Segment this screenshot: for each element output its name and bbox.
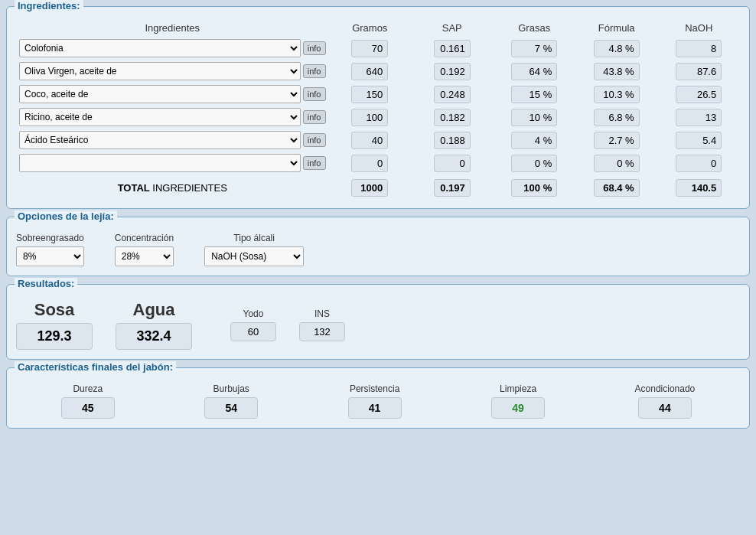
ingredient-naoh-cell-0: 8 <box>657 37 740 60</box>
col-header-sap: SAP <box>411 19 493 37</box>
ingredient-select-3[interactable]: Ricino, aceite de <box>19 108 301 126</box>
ingredient-formula-5: 0 % <box>594 155 640 172</box>
sobreengrasado-select[interactable]: 8% <box>16 246 84 266</box>
ins-value: 132 <box>299 322 345 341</box>
yodo-label: Yodo <box>243 308 264 319</box>
limpieza-value: 49 <box>491 397 545 419</box>
ingredient-row: info 0 0 0 % 0 % 0 <box>16 152 740 175</box>
ingredient-gramos-cell-5: 0 <box>329 152 411 175</box>
ingredient-gramos-cell-0: 70 <box>329 37 411 60</box>
total-label: TOTAL INGREDIENTES <box>16 175 329 199</box>
tipo-alcali-group: Tipo álcali NaOH (Sosa) KOH (Potasa) <box>204 233 304 266</box>
ingredient-sap-4: 0.188 <box>434 132 471 149</box>
resultados-legend: Resultados: <box>15 278 77 289</box>
ingredient-grasas-4: 4 % <box>511 132 557 149</box>
tipo-alcali-select[interactable]: NaOH (Sosa) KOH (Potasa) <box>204 246 304 266</box>
concentracion-select[interactable]: 28% <box>115 246 174 266</box>
ingredient-gramos-4: 40 <box>351 132 388 149</box>
ingredient-naoh-cell-3: 13 <box>657 106 740 129</box>
limpieza-label: Limpieza <box>500 383 536 394</box>
resultados-row: Sosa 129.3 Agua 332.4 Yodo 60 INS 132 <box>16 300 740 350</box>
ingredient-sap-cell-5: 0 <box>411 152 493 175</box>
total-naoh-cell: 140.5 <box>657 175 740 199</box>
ingredient-gramos-cell-2: 150 <box>329 83 411 106</box>
info-button-2[interactable]: info <box>303 87 326 101</box>
burbujas-label: Burbujas <box>213 383 249 394</box>
opciones-legend: Opciones de la lejía: <box>15 210 117 222</box>
acondicionado-label: Acondicionado <box>635 383 696 394</box>
burbujas-value: 54 <box>204 397 258 419</box>
ingredient-grasas-cell-0: 7 % <box>493 37 575 60</box>
concentracion-label: Concentración <box>115 233 174 243</box>
ingredient-naoh-cell-1: 87.6 <box>657 60 740 83</box>
ingredient-name-cell-4: Ácido Esteárico info <box>16 129 329 152</box>
ingredient-formula-3: 6.8 % <box>594 109 640 126</box>
ingredient-gramos-cell-1: 640 <box>329 60 411 83</box>
ingredient-grasas-0: 7 % <box>511 40 557 57</box>
col-header-gramos: Gramos <box>329 19 411 37</box>
ingredient-select-wrap-4: Ácido Esteárico info <box>19 131 326 149</box>
dureza-value: 45 <box>61 397 115 419</box>
info-button-3[interactable]: info <box>303 110 326 124</box>
tipo-alcali-label: Tipo álcali <box>204 233 304 243</box>
small-results-group: Yodo 60 INS 132 <box>230 308 345 341</box>
info-button-0[interactable]: info <box>303 41 326 55</box>
persistencia-value: 41 <box>348 397 402 419</box>
ingredient-formula-2: 10.3 % <box>594 86 640 103</box>
limpieza-group: Limpieza 49 <box>491 383 545 419</box>
total-formula: 68.4 % <box>594 179 640 197</box>
ingredient-naoh-cell-2: 26.5 <box>657 83 740 106</box>
sobreengrasado-group: Sobreengrasado 8% <box>16 233 84 266</box>
ingredient-sap-cell-1: 0.192 <box>411 60 493 83</box>
ingredients-table: Ingredientes Gramos SAP Grasas Fórmula N… <box>16 19 740 199</box>
ins-label: INS <box>314 308 330 319</box>
burbujas-group: Burbujas 54 <box>204 383 258 419</box>
ingredient-formula-cell-0: 4.8 % <box>575 37 657 60</box>
ingredient-sap-2: 0.248 <box>434 86 471 103</box>
total-gramos: 1000 <box>351 179 388 197</box>
ingredient-select-wrap-1: Oliva Virgen, aceite de info <box>19 62 326 80</box>
ingredient-sap-3: 0.182 <box>434 109 471 126</box>
agua-label: Agua <box>133 300 175 320</box>
info-button-1[interactable]: info <box>303 64 326 78</box>
ingredients-section: Ingredientes: Ingredientes Gramos SAP Gr… <box>6 6 750 209</box>
ingredient-grasas-cell-3: 10 % <box>493 106 575 129</box>
caracteristicas-section: Características finales del jabón: Durez… <box>6 367 750 429</box>
ingredient-name-cell-5: info <box>16 152 329 175</box>
total-formula-cell: 68.4 % <box>575 175 657 199</box>
ingredient-grasas-cell-4: 4 % <box>493 129 575 152</box>
total-gramos-cell: 1000 <box>329 175 411 199</box>
info-button-5[interactable]: info <box>303 156 326 170</box>
ingredient-select-2[interactable]: Coco, aceite de <box>19 85 301 103</box>
ingredient-gramos-cell-4: 40 <box>329 129 411 152</box>
agua-value: 332.4 <box>116 323 192 350</box>
ingredients-legend: Ingredientes: <box>15 0 83 11</box>
total-naoh: 140.5 <box>676 179 722 197</box>
opciones-section: Opciones de la lejía: Sobreengrasado 8% … <box>6 217 750 276</box>
ingredient-formula-cell-1: 43.8 % <box>575 60 657 83</box>
ingredient-formula-4: 2.7 % <box>594 132 640 149</box>
col-header-naoh: NaOH <box>657 19 740 37</box>
ingredient-name-cell-1: Oliva Virgen, aceite de info <box>16 60 329 83</box>
ingredient-gramos-cell-3: 100 <box>329 106 411 129</box>
total-grasas: 100 % <box>511 179 557 197</box>
total-sap-cell: 0.197 <box>411 175 493 199</box>
ingredient-select-4[interactable]: Ácido Esteárico <box>19 131 301 149</box>
ingredient-select-1[interactable]: Oliva Virgen, aceite de <box>19 62 301 80</box>
ingredient-select-wrap-2: Coco, aceite de info <box>19 85 326 103</box>
total-grasas-cell: 100 % <box>493 175 575 199</box>
ingredient-grasas-cell-5: 0 % <box>493 152 575 175</box>
info-button-4[interactable]: info <box>303 133 326 147</box>
opciones-row: Sobreengrasado 8% Concentración 28% Tipo… <box>16 233 740 266</box>
ingredient-select-5[interactable] <box>19 154 301 172</box>
ingredient-select-0[interactable]: Colofonia <box>19 39 301 57</box>
persistencia-label: Persistencia <box>350 383 399 394</box>
yodo-value: 60 <box>230 322 276 341</box>
ingredient-name-cell-3: Ricino, aceite de info <box>16 106 329 129</box>
ingredient-sap-1: 0.192 <box>434 63 471 80</box>
ingredient-formula-1: 43.8 % <box>594 63 640 80</box>
acondicionado-value: 44 <box>638 397 692 419</box>
ingredient-naoh-0: 8 <box>676 40 722 57</box>
ingredient-row: Colofonia info 70 0.161 7 % 4.8 % 8 <box>16 37 740 60</box>
ingredient-select-wrap-0: Colofonia info <box>19 39 326 57</box>
